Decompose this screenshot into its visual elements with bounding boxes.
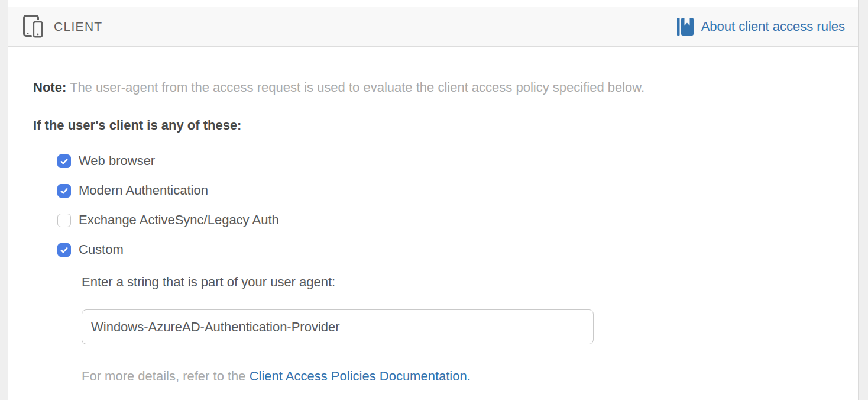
note-text: Note: The user-agent from the access req… [33, 80, 858, 95]
client-checkbox-list: Web browserModern AuthenticationExchange… [33, 154, 858, 257]
note-body: The user-agent from the access request i… [70, 80, 644, 95]
about-link-label: About client access rules [701, 19, 845, 34]
client-access-policies-doc-link[interactable]: Client Access Policies Documentation. [250, 369, 471, 383]
checkbox-label-web-browser: Web browser [79, 153, 155, 169]
checkbox-row-custom: Custom [57, 243, 858, 257]
footer-prefix: For more details, refer to the [82, 369, 250, 383]
checkbox-row-exchange-activesync-legacy-auth: Exchange ActiveSync/Legacy Auth [57, 213, 858, 227]
about-client-access-rules-link[interactable]: About client access rules [677, 17, 845, 36]
client-section-panel: CLIENT About client access rules Note: T… [8, 0, 859, 400]
section-title: CLIENT [54, 20, 102, 34]
checkmark-icon [60, 186, 69, 195]
checkbox-label-modern-authentication: Modern Authentication [79, 183, 208, 198]
checkbox-custom[interactable] [57, 243, 71, 257]
client-question: If the user's client is any of these: [33, 118, 858, 133]
checkbox-row-modern-authentication: Modern Authentication [57, 183, 858, 198]
user-agent-input[interactable] [82, 309, 594, 344]
checkbox-exchange-activesync-legacy-auth[interactable] [57, 214, 71, 227]
custom-user-agent-block: Enter a string that is part of your user… [82, 275, 858, 383]
checkbox-label-exchange-activesync-legacy-auth: Exchange ActiveSync/Legacy Auth [79, 212, 279, 228]
checkmark-icon [60, 246, 69, 254]
client-section-content: Note: The user-agent from the access req… [8, 47, 858, 383]
note-label: Note: [33, 80, 66, 95]
checkbox-web-browser[interactable] [57, 154, 71, 168]
devices-icon [23, 15, 46, 38]
checkmark-icon [60, 157, 69, 166]
client-section-header: CLIENT About client access rules [8, 7, 858, 47]
footer-note: For more details, refer to the Client Ac… [82, 369, 858, 383]
user-agent-input-label: Enter a string that is part of your user… [82, 275, 858, 289]
book-icon [677, 17, 694, 36]
checkbox-label-custom: Custom [79, 242, 124, 257]
checkbox-row-web-browser: Web browser [57, 154, 858, 168]
checkbox-modern-authentication[interactable] [57, 184, 71, 198]
